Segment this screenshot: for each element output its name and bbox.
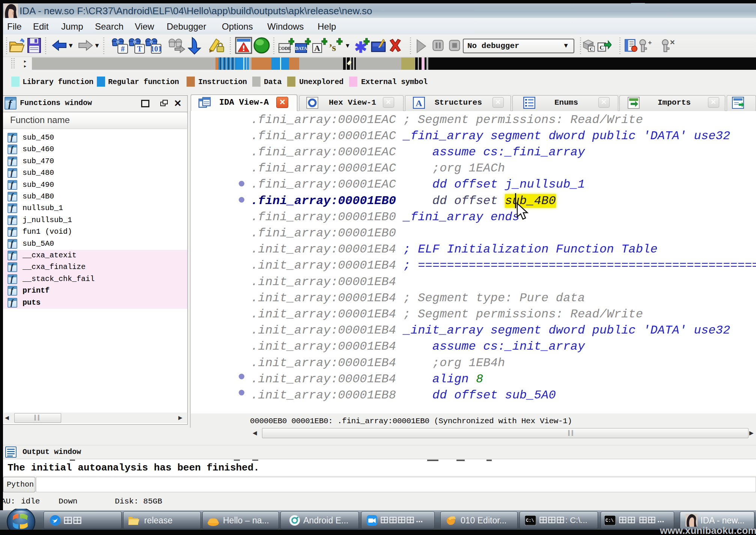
svg-text:C: C (590, 47, 593, 52)
svg-text:T: T (137, 45, 142, 53)
svg-text:C: C (600, 44, 604, 51)
svg-text:A: A (314, 44, 320, 53)
svg-text:C:\: C:\ (605, 518, 614, 523)
svg-text:C:\: C:\ (526, 518, 534, 523)
svg-text:✕: ✕ (670, 39, 675, 46)
svg-text:DATA: DATA (295, 46, 307, 51)
svg-text:101: 101 (151, 45, 162, 53)
svg-text:+: + (648, 39, 652, 46)
svg-text:#: # (121, 45, 125, 53)
svg-text:’s: ’s (329, 42, 336, 53)
svg-text:A: A (416, 98, 422, 108)
svg-text:CODE: CODE (279, 46, 291, 51)
